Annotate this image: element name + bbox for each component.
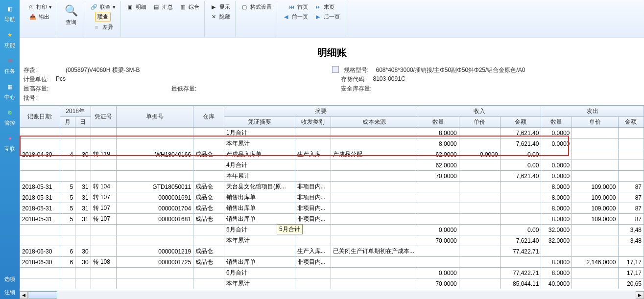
table-row[interactable]: 本年累计8.00007,621.400.0000 [20,138,644,149]
cell[interactable] [20,128,60,138]
cell[interactable]: 30 [75,246,91,257]
sidebar-share[interactable]: ✦互联 [0,130,20,156]
cell[interactable]: 2018-05-31 [20,214,60,225]
cell[interactable]: 5 [60,203,75,214]
cell[interactable] [331,128,418,138]
cell[interactable] [418,192,459,203]
scroll-thumb[interactable] [28,291,57,299]
cell[interactable] [572,128,618,138]
cell[interactable] [91,235,116,246]
cell[interactable]: 非项目内... [295,203,331,214]
cell[interactable] [75,171,91,182]
table-row[interactable]: 4月合计62.00000.000.0000 [20,160,644,171]
sidebar-options[interactable]: 选项 [0,273,20,286]
cell[interactable] [75,225,91,235]
cell[interactable]: 转 107 [91,192,116,203]
cell[interactable] [418,257,459,268]
cell[interactable] [418,182,459,192]
cell[interactable]: 0.0000 [541,138,572,149]
cell[interactable] [459,160,500,171]
cell[interactable]: 8.0000 [541,214,572,225]
diff-button[interactable]: ≡差异 [91,22,115,32]
sidebar-center[interactable]: ▦中心 [0,78,20,104]
cell[interactable] [91,160,116,171]
cell[interactable]: 0000001219 [116,246,193,257]
lookup2-button[interactable]: 联查 [95,12,111,22]
cell[interactable] [116,235,193,246]
cell[interactable] [116,160,193,171]
cell[interactable]: 30 [75,257,91,268]
cell[interactable]: 109.0000 [572,182,618,192]
cell[interactable] [295,278,331,289]
cell[interactable] [331,268,418,278]
cell[interactable]: 本年累计 [224,138,295,149]
cell[interactable]: 销售出库单 [224,203,295,214]
cell[interactable] [331,171,418,182]
cell[interactable]: 非项目内... [295,192,331,203]
cell[interactable]: 6 [60,257,75,268]
cell[interactable] [116,138,193,149]
cell[interactable]: 6月合计 [224,268,295,278]
cell[interactable] [60,268,75,278]
col-qty[interactable]: 数量 [418,117,459,128]
format-button[interactable]: ▢格式设置 [239,2,274,12]
cell[interactable]: 产成品入库单 [224,149,295,160]
cell[interactable]: 40.0000 [541,278,572,289]
cell[interactable]: 2018-05-31 [20,203,60,214]
sidebar-nav[interactable]: ◧导航 [0,0,20,26]
cell[interactable]: 2,146.0000 [572,257,618,268]
cell[interactable]: 7,621.40 [500,138,541,149]
summary-button[interactable]: ▤汇总 [150,2,175,12]
col-outgoing-group[interactable]: 发出 [541,106,644,117]
col-income-group[interactable]: 收入 [418,106,541,117]
cell[interactable]: 7,621.40 [500,171,541,182]
cell[interactable] [193,225,224,235]
cell[interactable]: 4 [60,149,75,160]
col-rcvtype[interactable]: 收发类别 [295,117,331,128]
cell[interactable] [572,160,618,171]
cell[interactable]: 0.0000 [541,128,572,138]
cell[interactable]: 3,48 [618,235,644,246]
cell[interactable] [193,171,224,182]
col-summary[interactable]: 凭证摘要 [224,117,295,128]
cell[interactable] [459,203,500,214]
col-bill[interactable]: 单据号 [116,106,193,128]
cell[interactable] [20,268,60,278]
cell[interactable]: 2018-05-31 [20,182,60,192]
table-row[interactable]: 6月合计0.000077,422.718.000017,17 [20,268,644,278]
table-row[interactable]: 本年累计70.00007,621.400.0000 [20,171,644,182]
cell[interactable]: 31 [75,203,91,214]
last-page-button[interactable]: ⏭末页 [312,2,336,12]
cell[interactable] [295,268,331,278]
cell[interactable]: 0.00 [500,160,541,171]
col-costsrc[interactable]: 成本来源 [331,117,418,128]
detail-button[interactable]: ▣明细 [124,2,148,12]
table-row[interactable]: 1月合计8.00007,621.400.0000 [20,128,644,138]
cell[interactable] [91,225,116,235]
cell[interactable]: 5 [60,214,75,225]
cell[interactable] [116,268,193,278]
cell[interactable]: 31 [75,182,91,192]
cell[interactable]: 0000001725 [116,257,193,268]
col-year[interactable]: 2018年 [60,106,91,117]
cell[interactable]: 已关闭生产订单期初在产成本... [331,246,418,257]
print-button[interactable]: 🖨打印▾ [24,2,54,12]
cell[interactable]: 生产入库... [295,246,331,257]
first-page-button[interactable]: ⏮首页 [286,2,310,12]
cell[interactable] [572,268,618,278]
cell[interactable]: 8.0000 [418,138,459,149]
cell[interactable]: 0.0000 [541,171,572,182]
cell[interactable]: 0000001704 [116,203,193,214]
cell[interactable] [331,203,418,214]
cell[interactable] [618,246,644,257]
sidebar-task[interactable]: ✉任务 [0,52,20,78]
cell[interactable] [193,278,224,289]
cell[interactable]: 109.0000 [572,203,618,214]
col-voucher[interactable]: 凭证号 [91,106,116,128]
horizontal-scrollbar[interactable]: ◀ ▶ [20,291,644,299]
cell[interactable] [331,192,418,203]
cell[interactable]: 85,044.11 [500,278,541,289]
cell[interactable]: 成品仓 [193,214,224,225]
scroll-left-button[interactable]: ◀ [20,291,28,299]
cell[interactable]: 天台县文化馆项目(原... [224,182,295,192]
